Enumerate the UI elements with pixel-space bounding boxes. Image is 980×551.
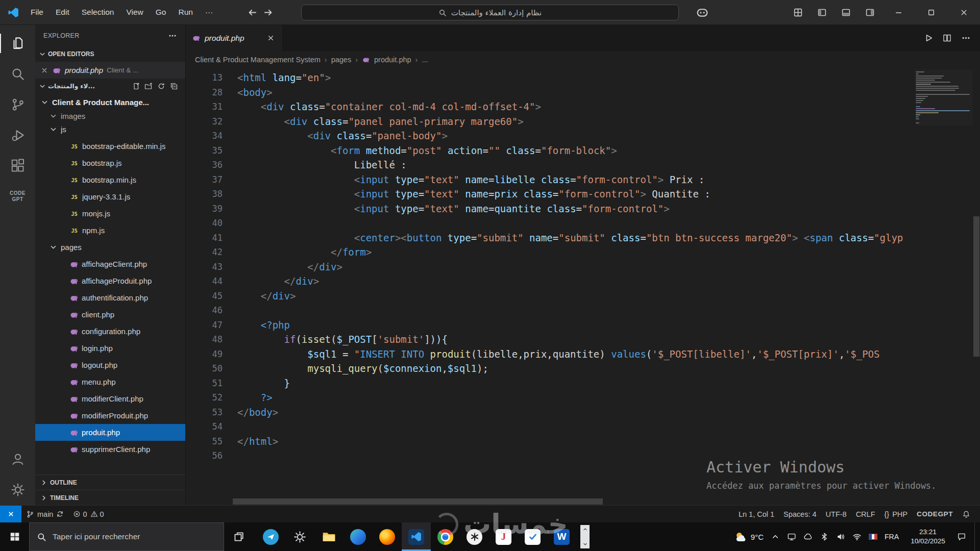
- volume-icon[interactable]: [836, 532, 845, 541]
- display-icon[interactable]: [787, 532, 796, 541]
- taskbar-app-settings[interactable]: [285, 522, 314, 551]
- menu-more[interactable]: ···: [199, 4, 219, 21]
- vertical-scrollbar[interactable]: [973, 68, 980, 505]
- layout-customize-button[interactable]: [786, 0, 810, 24]
- taskbar-app-file-explorer[interactable]: [314, 522, 344, 551]
- branch-indicator[interactable]: main: [21, 506, 68, 522]
- open-editors-header[interactable]: OPEN EDITORS: [35, 46, 185, 62]
- taskbar-app-firefox[interactable]: [373, 522, 402, 551]
- breadcrumb-item[interactable]: ...: [422, 56, 428, 64]
- task-view-button[interactable]: [224, 522, 253, 551]
- close-icon[interactable]: [40, 66, 48, 74]
- tree-item-client.php[interactable]: client.php: [35, 306, 185, 323]
- tree-item-jquery-3.3.1.js[interactable]: JSjquery-3.3.1.js: [35, 188, 185, 205]
- tree-item-supprimerclient.php[interactable]: supprimerClient.php: [35, 441, 185, 458]
- breadcrumb-item[interactable]: produit.php: [374, 56, 411, 64]
- views-more-icon[interactable]: [168, 31, 177, 40]
- notifications-button[interactable]: [958, 510, 975, 518]
- taskbar-app-telegram[interactable]: [256, 522, 285, 551]
- menu-edit[interactable]: Edit: [50, 4, 76, 21]
- refresh-icon[interactable]: [157, 82, 165, 90]
- horizontal-scrollbar-thumb[interactable]: [233, 498, 603, 505]
- sync-icon[interactable]: [56, 510, 64, 518]
- tree-item-logout.php[interactable]: logout.php: [35, 357, 185, 373]
- tree-item-login.php[interactable]: login.php: [35, 340, 185, 357]
- start-button[interactable]: [0, 522, 29, 551]
- tree-item-menu.php[interactable]: menu.php: [35, 373, 185, 390]
- open-editor-item-produit.php[interactable]: produit.php Client & ...: [35, 62, 185, 79]
- action-center-icon[interactable]: [957, 532, 966, 541]
- activity-run-debug[interactable]: [0, 120, 35, 151]
- maximize-button[interactable]: [915, 0, 947, 24]
- tree-item-monjs.js[interactable]: JSmonjs.js: [35, 205, 185, 222]
- back-arrow-icon[interactable]: [247, 7, 258, 18]
- tree-item-bootstrap-editable.min.js[interactable]: JSbootstrap-editable.min.js: [35, 138, 185, 155]
- toggle-secondary-sidebar-button[interactable]: [858, 0, 882, 24]
- cursor-position[interactable]: Ln 1, Col 1: [734, 510, 779, 518]
- tree-item-bootstrap.min.js[interactable]: JSbootstrap.min.js: [35, 171, 185, 188]
- menu-view[interactable]: View: [120, 4, 149, 21]
- minimize-button[interactable]: [882, 0, 915, 24]
- codegpt-status[interactable]: CODEGPT: [912, 510, 958, 518]
- taskbar-app-vscode[interactable]: [402, 522, 431, 551]
- activity-source-control[interactable]: [0, 89, 35, 120]
- run-file-icon[interactable]: [923, 33, 933, 43]
- activity-explorer[interactable]: [0, 28, 35, 59]
- bluetooth-icon[interactable]: [820, 532, 829, 541]
- remote-indicator[interactable]: [0, 506, 21, 522]
- split-editor-icon[interactable]: [942, 33, 952, 43]
- outline-section[interactable]: OUTLINE: [35, 474, 185, 490]
- new-file-icon[interactable]: [132, 82, 140, 90]
- taskbar-app-word[interactable]: W: [547, 522, 576, 551]
- breadcrumb-item[interactable]: Client & Product Management System: [195, 56, 321, 64]
- tab-produit.php[interactable]: produit.php: [186, 25, 282, 51]
- more-actions-icon[interactable]: [961, 33, 971, 43]
- tree-item-client-product-manage...[interactable]: Client & Product Manage...: [35, 94, 185, 111]
- timeline-section[interactable]: TIMELINE: [35, 490, 185, 505]
- menu-file[interactable]: File: [24, 4, 50, 21]
- taskbar-app-java[interactable]: J: [489, 522, 518, 551]
- clock[interactable]: 23:21 10/02/2025: [906, 528, 950, 545]
- toggle-sidebar-button[interactable]: [810, 0, 834, 24]
- activity-extensions[interactable]: [0, 151, 35, 181]
- close-button[interactable]: [947, 0, 980, 24]
- forward-arrow-icon[interactable]: [263, 7, 274, 18]
- horizontal-scrollbar[interactable]: [186, 498, 973, 505]
- workspace-header[interactable]: ...لاء والمنتجات: [35, 79, 185, 94]
- collapse-all-icon[interactable]: [170, 82, 178, 90]
- tree-item-configuration.php[interactable]: configuration.php: [35, 323, 185, 340]
- breadcrumb-item[interactable]: pages: [331, 56, 352, 64]
- tree-item-affichageclient.php[interactable]: affichageClient.php: [35, 256, 185, 272]
- taskbar-app-chrome[interactable]: [431, 522, 460, 551]
- tree-item-produit.php[interactable]: produit.php: [35, 424, 185, 441]
- code-editor[interactable]: 13<html lang="en">28<body>31 <div class=…: [186, 68, 980, 505]
- hidden-icons-chevron[interactable]: [771, 532, 780, 541]
- language-mode[interactable]: {} PHP: [880, 510, 913, 518]
- tree-item-npm.js[interactable]: JSnpm.js: [35, 222, 185, 239]
- copilot-icon[interactable]: [695, 6, 709, 19]
- vertical-scrollbar-thumb[interactable]: [973, 216, 979, 357]
- taskbar-scroll-widget[interactable]: [580, 525, 590, 548]
- activity-search[interactable]: [0, 59, 35, 89]
- language-flag-icon[interactable]: [869, 534, 877, 540]
- tree-item-modifierproduit.php[interactable]: modifierProduit.php: [35, 407, 185, 424]
- tree-item-js[interactable]: js: [35, 121, 185, 138]
- network-icon[interactable]: [852, 532, 862, 541]
- toggle-panel-button[interactable]: [834, 0, 858, 24]
- weather-widget[interactable]: 9°C: [734, 531, 764, 543]
- eol-sequence[interactable]: CRLF: [851, 510, 880, 518]
- taskbar-app-edge[interactable]: [344, 522, 373, 551]
- keyboard-language[interactable]: FRA: [885, 533, 899, 541]
- onedrive-icon[interactable]: [803, 532, 813, 541]
- tree-item-bootstrap.js[interactable]: JSbootstrap.js: [35, 155, 185, 171]
- menu-run[interactable]: Run: [172, 4, 199, 21]
- indentation[interactable]: Spaces: 4: [779, 510, 821, 518]
- problems-indicator[interactable]: 0 0: [68, 506, 108, 522]
- taskbar-app-notes[interactable]: [518, 522, 547, 551]
- activity-account[interactable]: [0, 444, 35, 474]
- close-icon[interactable]: [266, 34, 275, 42]
- activity-codegpt[interactable]: CODE GPT: [0, 181, 35, 212]
- new-folder-icon[interactable]: [144, 82, 153, 90]
- taskbar-app-chatgpt[interactable]: [460, 522, 489, 551]
- breadcrumb[interactable]: Client & Product Management System›pages…: [186, 51, 980, 68]
